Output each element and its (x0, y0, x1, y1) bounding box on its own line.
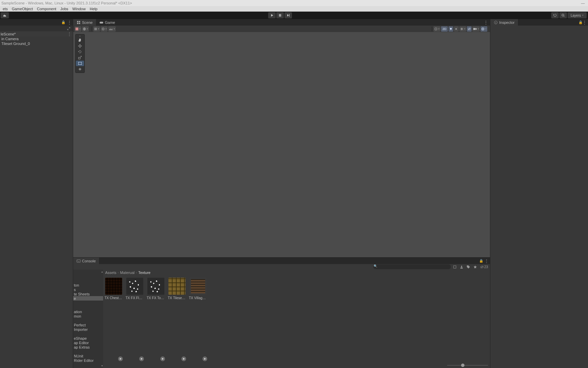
breadcrumb[interactable]: Assets›Materual›Texture (103, 270, 490, 276)
folder-item[interactable]: e (73, 296, 103, 301)
tab-console[interactable]: Console (73, 258, 99, 264)
project-search-input[interactable] (373, 264, 451, 269)
asset-thumbnail (147, 278, 164, 295)
crumb[interactable]: Materual (120, 271, 135, 275)
asset-item[interactable]: ▶TX FX Fla… (126, 278, 143, 361)
expand-icon[interactable]: ▶ (181, 356, 186, 361)
transform-tool[interactable] (76, 66, 84, 72)
search-button[interactable] (559, 12, 567, 18)
folder-item[interactable] (73, 349, 103, 354)
scale-tool[interactable] (76, 55, 84, 60)
expand-icon[interactable]: ▶ (139, 356, 144, 361)
grid-toggle-dropdown[interactable] (93, 26, 100, 32)
gizmos-dropdown[interactable] (480, 26, 487, 32)
crumb[interactable]: Assets (105, 271, 116, 275)
asset-item[interactable]: ▶TX FX Torc… (147, 278, 164, 361)
panel-menu-icon[interactable]: ⋮ (583, 20, 588, 25)
folder-item[interactable] (73, 318, 103, 323)
folder-item[interactable]: Importer (73, 327, 103, 332)
favorite-button[interactable] (473, 264, 478, 269)
crumb[interactable]: Texture (138, 271, 150, 275)
scene-menu-icon[interactable]: ⋮ (67, 32, 73, 36)
expand-icon[interactable]: ▶ (202, 356, 207, 361)
lighting-toggle[interactable] (448, 26, 453, 32)
lock-icon[interactable]: 🔒 (479, 259, 483, 263)
rotate-tool[interactable] (76, 49, 84, 55)
folder-item[interactable] (73, 332, 103, 336)
scene-tabs-menu-icon[interactable]: ⋮ (484, 20, 490, 25)
folder-item[interactable]: ton (73, 283, 103, 287)
zoom-track[interactable] (447, 365, 488, 366)
folder-item[interactable]: Perfect (73, 323, 103, 327)
rect-tool[interactable] (76, 61, 84, 66)
expand-icon[interactable]: ▶ (118, 356, 123, 361)
folder-item[interactable]: te Sheets (73, 292, 103, 296)
asset-item[interactable]: ▶TX Chest … (105, 278, 122, 361)
project-folders[interactable]: ▴ tonste SheetseationmonPerfectImportere… (73, 270, 103, 368)
folder-item[interactable]: ap Editor (73, 340, 103, 345)
tab-game[interactable]: Game (96, 19, 118, 26)
lock-icon[interactable]: 🔒 (61, 20, 65, 24)
effects-dropdown[interactable] (459, 26, 466, 32)
palette-grip[interactable] (77, 35, 83, 37)
expand-icon[interactable]: ▶ (160, 356, 165, 361)
folder-item[interactable]: ation (73, 309, 103, 314)
folder-item[interactable]: s (73, 287, 103, 292)
undo-history-button[interactable] (551, 12, 559, 18)
menu-gameobject[interactable]: GameObject (10, 7, 35, 11)
zoom-slider[interactable] (103, 363, 490, 368)
expand-icon[interactable] (67, 27, 71, 31)
step-button[interactable] (284, 12, 292, 18)
folder-item[interactable] (73, 278, 103, 283)
scroll-up-icon[interactable]: ▴ (101, 270, 103, 273)
hierarchy-item[interactable]: in Camera (0, 36, 73, 41)
visibility-toggle[interactable] (467, 26, 472, 32)
camera-2-dropdown[interactable] (472, 26, 480, 32)
asset-grid[interactable]: ▶TX Chest …▶TX FX Fla…▶TX FX Torc…▶TX Ti… (103, 276, 490, 363)
save-search-button[interactable] (466, 264, 471, 269)
hidden-files-button[interactable]: 23 (479, 264, 489, 269)
scene-row[interactable]: leScene* ⋮ (0, 31, 73, 36)
lock-icon[interactable]: 🔒 (578, 20, 583, 24)
folder-item[interactable]: eShape (73, 336, 103, 340)
audio-toggle[interactable] (454, 26, 459, 32)
panel-menu-icon[interactable]: ⋮ (485, 259, 489, 263)
svg-point-15 (78, 62, 79, 63)
menu-ets[interactable]: ets (1, 7, 10, 11)
asset-item[interactable]: ▶TX Tileset … (168, 278, 185, 361)
account-button[interactable] (1, 12, 9, 18)
snap-dropdown[interactable] (101, 26, 108, 32)
draw-mode-dropdown[interactable] (75, 26, 81, 32)
zoom-knob[interactable] (461, 364, 464, 367)
layers-dropdown[interactable]: Layers ▾ (568, 12, 587, 18)
scene-viewport[interactable] (73, 32, 490, 257)
menu-jobs[interactable]: Jobs (58, 7, 70, 11)
2d-toggle[interactable]: 2D (441, 26, 448, 32)
hierarchy-item[interactable]: Tileset Ground_0 (0, 41, 73, 46)
filter-by-type-button[interactable] (452, 264, 458, 269)
asset-item[interactable]: ▶TX Village … (190, 278, 207, 361)
play-button[interactable] (268, 12, 276, 18)
window-minimize-button[interactable]: — (578, 1, 588, 5)
camera-dropdown[interactable] (434, 26, 440, 32)
tool-palette[interactable] (75, 34, 85, 73)
folder-item[interactable]: ap Extras (73, 345, 103, 349)
pause-button[interactable] (276, 12, 284, 18)
pivot-dropdown[interactable] (82, 26, 89, 32)
panel-menu-icon[interactable]: ⋮ (67, 20, 71, 25)
menu-component[interactable]: Component (35, 7, 58, 11)
tab-scene[interactable]: Scene (73, 19, 96, 26)
hand-tool[interactable] (76, 37, 84, 43)
filter-by-label-button[interactable] (459, 264, 464, 269)
menu-help[interactable]: Help (88, 7, 100, 11)
tab-inspector[interactable]: Inspector (490, 19, 518, 26)
hierarchy-list[interactable]: leScene* ⋮ in CameraTileset Ground_0 (0, 31, 73, 368)
move-tool[interactable] (76, 43, 84, 49)
folder-item[interactable]: mon (73, 314, 103, 318)
folder-item[interactable]: Rider Editor (73, 358, 103, 363)
scroll-down-icon[interactable]: ▾ (101, 364, 103, 367)
menu-window[interactable]: Window (70, 7, 88, 11)
scale-icon (78, 56, 82, 60)
increment-snap-dropdown[interactable] (108, 26, 116, 32)
folder-item[interactable]: NUnit (73, 354, 103, 358)
